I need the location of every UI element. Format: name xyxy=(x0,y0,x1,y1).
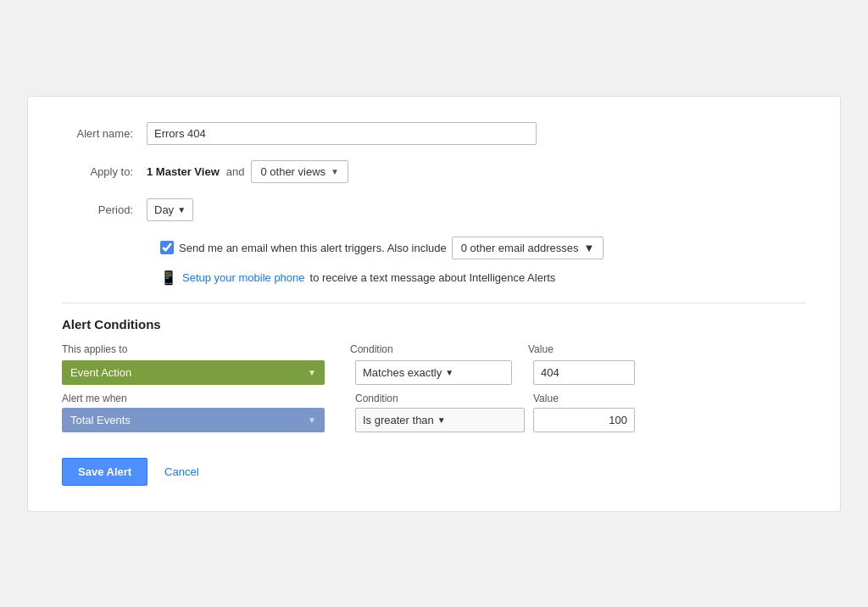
chevron-down-icon: ▼ xyxy=(584,242,595,254)
apply-to-controls: 1 Master View and 0 other views ▼ xyxy=(147,160,348,183)
period-row: Period: Day ▼ xyxy=(62,198,806,221)
conditions-title: Alert Conditions xyxy=(62,317,806,331)
mobile-row: 📱 Setup your mobile phone to receive a t… xyxy=(160,270,806,286)
condition-header: Condition xyxy=(350,343,393,355)
apply-to-row: Apply to: 1 Master View and 0 other view… xyxy=(62,160,806,183)
event-action-label: Event Action xyxy=(70,366,131,379)
value-100-input[interactable] xyxy=(533,408,635,432)
this-applies-to-header: This applies to xyxy=(62,343,127,355)
alert-name-label: Alert name: xyxy=(62,127,147,140)
alert-name-input[interactable] xyxy=(147,122,537,145)
chevron-down-icon: ▼ xyxy=(308,415,316,425)
other-views-label: 0 other views xyxy=(260,165,326,178)
matches-condition-dropdown[interactable]: Matches exactly ▼ xyxy=(355,360,512,385)
other-views-dropdown[interactable]: 0 other views ▼ xyxy=(251,160,348,183)
email-checkbox[interactable] xyxy=(160,241,174,254)
section-divider xyxy=(62,303,806,304)
master-view-text: 1 Master View xyxy=(147,165,220,178)
save-alert-button[interactable]: Save Alert xyxy=(62,458,147,486)
mobile-icon: 📱 xyxy=(160,270,177,286)
conditions-section: Alert Conditions This applies to Conditi… xyxy=(62,317,806,432)
value-label-2: Value xyxy=(533,393,559,404)
conditions-header-row: This applies to Condition Value xyxy=(62,343,806,355)
condition-row-2-header: Alert me when Condition Value xyxy=(62,392,806,404)
greater-condition-dropdown[interactable]: Is greater than ▼ xyxy=(355,408,525,432)
total-events-label: Total Events xyxy=(70,414,131,426)
cancel-button[interactable]: Cancel xyxy=(161,459,202,485)
apply-to-label: Apply to: xyxy=(62,165,147,178)
chevron-down-icon: ▼ xyxy=(177,205,186,214)
total-events-dropdown[interactable]: Total Events ▼ xyxy=(62,408,325,432)
alert-name-row: Alert name: xyxy=(62,122,806,145)
period-value: Day xyxy=(154,203,174,216)
chevron-down-icon: ▼ xyxy=(437,415,446,425)
and-text: and xyxy=(226,165,245,178)
buttons-row: Save Alert Cancel xyxy=(62,458,806,486)
chevron-down-icon: ▼ xyxy=(445,368,453,377)
period-dropdown[interactable]: Day ▼ xyxy=(147,198,193,221)
email-row: Send me an email when this alert trigger… xyxy=(160,237,806,259)
event-action-dropdown[interactable]: Event Action ▼ xyxy=(62,360,325,385)
mobile-phone-link[interactable]: Setup your mobile phone xyxy=(182,271,305,284)
chevron-down-icon: ▼ xyxy=(331,167,339,176)
condition-label-2: Condition xyxy=(355,393,398,406)
matches-condition-label: Matches exactly xyxy=(363,366,442,379)
condition-row-1: Event Action ▼ Matches exactly ▼ xyxy=(62,360,806,385)
other-emails-label: 0 other email addresses xyxy=(461,242,579,254)
alert-dialog: Alert name: Apply to: 1 Master View and … xyxy=(27,96,841,512)
condition-row-2: Total Events ▼ Is greater than ▼ xyxy=(62,408,806,432)
period-label: Period: xyxy=(62,203,147,216)
value-404-input[interactable] xyxy=(533,360,635,385)
mobile-suffix-text: to receive a text message about Intellig… xyxy=(310,271,556,284)
other-emails-dropdown[interactable]: 0 other email addresses ▼ xyxy=(452,237,604,259)
alert-me-when-label: Alert me when xyxy=(62,393,127,406)
value-header: Value xyxy=(528,343,554,355)
greater-condition-label: Is greater than xyxy=(363,414,434,426)
chevron-down-icon: ▼ xyxy=(308,368,316,377)
email-checkbox-text: Send me an email when this alert trigger… xyxy=(179,242,447,254)
